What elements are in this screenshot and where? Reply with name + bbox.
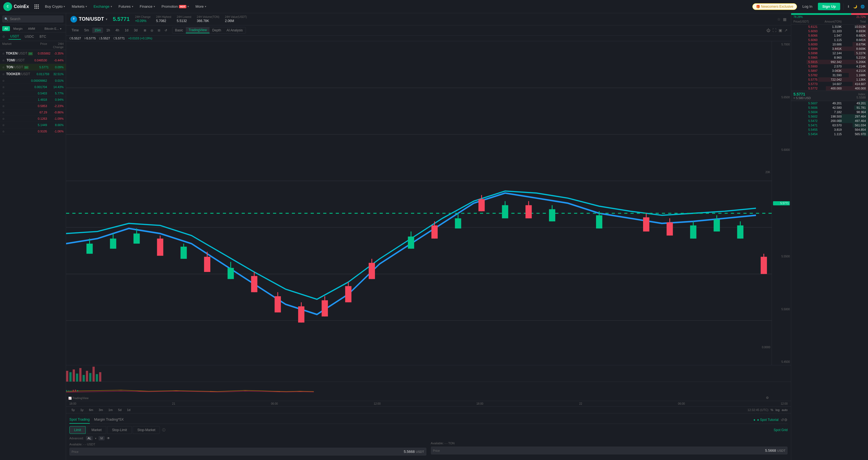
newcomers-btn[interactable]: 🎁 Newcomers Exclusive — [752, 3, 797, 10]
view-tab-basic[interactable]: Basic — [172, 27, 186, 33]
bid-row[interactable]: 5.5471 63.570 561.034 — [791, 123, 868, 127]
logo[interactable]: C CoinEx — [3, 2, 29, 11]
market-row[interactable]: ☆ 0.001704 14.43% — [0, 84, 66, 90]
bid-row[interactable]: 5.5604 7.182 98.964 — [791, 110, 868, 114]
order-tab-stop-market[interactable]: Stop-Market — [133, 426, 160, 434]
chart-power-icon[interactable]: ⏻ — [767, 28, 770, 32]
time-btn-1d[interactable]: 1d — [123, 28, 130, 33]
filter-tab-all[interactable]: All — [2, 26, 10, 31]
star-icon[interactable]: ☆ — [2, 130, 5, 133]
market-row[interactable]: ☆ 0.5853 -2.23% — [0, 103, 66, 109]
currency-tab-usdc[interactable]: USDC — [23, 34, 36, 39]
star-icon[interactable]: ☆ — [2, 117, 5, 120]
market-row[interactable]: ☆ TOOKER/USDT 0.011759 32.51% — [0, 71, 66, 78]
star-icon[interactable]: ☆ — [2, 104, 5, 108]
order-info-icon[interactable]: ⓘ — [162, 428, 165, 432]
range-btn-1d[interactable]: 1d — [125, 408, 132, 412]
time-btn-1h[interactable]: 1h — [104, 28, 112, 33]
chart-layout-icon[interactable]: ▣ — [778, 28, 782, 32]
trading-tab-spot[interactable]: Spot Trading — [69, 416, 90, 424]
spot-tutorial-btn[interactable]: ●● Spot Tutorial — [753, 418, 778, 422]
nav-more[interactable]: More ▾ — [193, 3, 209, 10]
order-tab-market[interactable]: Market — [87, 426, 106, 434]
filter-tab-margin[interactable]: Margin — [11, 26, 25, 31]
ask-row[interactable]: 5.5915 992.342 5.206K — [791, 60, 868, 64]
view-tab-tradingview[interactable]: TradingView — [186, 27, 210, 33]
star-icon[interactable]: ☆ — [2, 124, 5, 127]
chart-area[interactable]: 5.7000 5.6500 5.6000 5.5771 5.5500 5.500… — [66, 41, 791, 365]
bid-row[interactable]: 5.5606 42.580 91.781 — [791, 105, 868, 110]
nav-futures[interactable]: Futures ▾ — [116, 3, 136, 10]
star-icon[interactable]: ☆ — [2, 111, 5, 114]
ask-row[interactable]: 5.5772 400.000 400.000 — [791, 86, 868, 91]
ask-row[interactable]: 5.6066 1.547 8.682K — [791, 33, 868, 38]
view-tab-depth[interactable]: Depth — [210, 27, 224, 33]
time-btn-time[interactable]: Time — [69, 28, 81, 33]
percent-toggle[interactable]: % — [771, 408, 773, 411]
bid-row[interactable]: 5.5454 1.115 565.970 — [791, 132, 868, 136]
download-icon[interactable]: ⬇ — [847, 5, 850, 8]
bid-row[interactable]: 5.5607 49.201 49.201 — [791, 101, 868, 105]
eye-icon[interactable]: 👁 — [107, 436, 110, 440]
star-icon[interactable]: ☆ — [2, 98, 5, 101]
ask-row[interactable]: 5.6121 1.319K 10.013K — [791, 25, 868, 29]
range-btn-1y[interactable]: 1y — [78, 408, 86, 412]
spot-grid-button[interactable]: Spot Grid — [774, 428, 787, 432]
ask-row[interactable]: 5.6093 11.103 8.693K — [791, 29, 868, 33]
range-btn-1m[interactable]: 1m — [106, 408, 115, 412]
trading-refresh-icon[interactable]: ↺ — [781, 418, 784, 422]
sell-price-input[interactable] — [444, 447, 777, 455]
market-row[interactable]: ☆ TOKEN/USDT3X 0.055882 -3.35% — [0, 50, 66, 57]
login-button[interactable]: Log In — [799, 3, 816, 10]
ask-row[interactable]: 5.5897 3.043K 4.211K — [791, 68, 868, 73]
ask-row[interactable]: 5.5773 14.607 414.607 — [791, 82, 868, 86]
bid-row[interactable]: 5.5602 198.500 297.464 — [791, 114, 868, 119]
grid-icon[interactable] — [34, 4, 39, 9]
trading-tab-margin[interactable]: Margin Trading*5X — [94, 416, 124, 424]
chart-type-btn-2[interactable]: ◎ — [149, 28, 155, 33]
bitcoin-dropdown[interactable]: Bitcoin E... ▾ — [42, 26, 64, 31]
chart-type-btn-1[interactable]: ⊞ — [142, 28, 148, 33]
favorites-star-icon[interactable]: ☆ — [2, 35, 5, 38]
chart-type-btn-4[interactable]: ↺ — [163, 28, 169, 33]
star-icon[interactable]: ☆ — [2, 92, 5, 95]
currency-tab-btc[interactable]: BTC — [38, 34, 48, 39]
globe-icon[interactable]: 🌐 — [861, 5, 865, 8]
nav-finance[interactable]: Finance ▾ — [137, 3, 158, 10]
star-icon[interactable]: ☆ — [2, 52, 5, 55]
market-row[interactable]: ☆ TOMI/USDT 0.048530 -0.44% — [0, 57, 66, 64]
al-dropdown[interactable]: AL — [86, 436, 93, 440]
ask-row[interactable]: 5.5775 722.042 1.136K — [791, 78, 868, 82]
star-icon[interactable]: ☆ — [2, 73, 5, 76]
market-row[interactable]: ☆ 1.4818 0.94% — [0, 97, 66, 103]
market-row[interactable]: ☆ 0.9105 -1.06% — [0, 128, 66, 134]
ask-row[interactable]: 5.5782 31.590 1.168K — [791, 73, 868, 78]
buy-price-input[interactable] — [83, 448, 416, 456]
time-btn-3d[interactable]: 3d — [132, 28, 140, 33]
order-tab-limit[interactable]: Limit — [69, 426, 86, 434]
dark-mode-icon[interactable]: 🌙 — [853, 5, 857, 8]
nav-exchange[interactable]: Exchange ▾ — [91, 3, 115, 10]
market-row[interactable]: ☆ 0.5403 5.77% — [0, 90, 66, 97]
pair-dropdown-arrow[interactable]: ▾ — [106, 17, 107, 21]
nav-promotion[interactable]: Promotion HOT ▾ — [159, 3, 192, 10]
star-icon[interactable]: ☆ — [2, 59, 5, 62]
search-input[interactable] — [2, 16, 64, 23]
market-row[interactable]: ☆ 0.1263 -1.09% — [0, 116, 66, 122]
m-badge[interactable]: M — [98, 436, 104, 440]
ask-row[interactable]: 5.6060 1.115 8.681K — [791, 38, 868, 42]
bid-row[interactable]: 5.5472 200.000 497.464 — [791, 119, 868, 123]
ask-row[interactable]: 5.5965 8.960 5.215K — [791, 55, 868, 60]
chart-share-icon[interactable]: ↗ — [784, 28, 787, 32]
nav-buy-crypto[interactable]: Buy Crypto ▾ — [42, 3, 68, 10]
ask-row[interactable]: 5.5900 2.570 4.214K — [791, 64, 868, 68]
time-btn-15m[interactable]: 15m — [92, 28, 103, 33]
star-icon[interactable]: ☆ — [2, 66, 5, 69]
bid-row[interactable]: 5.5455 3.819 564.854 — [791, 127, 868, 132]
time-btn-4h[interactable]: 4h — [114, 28, 121, 33]
range-btn-5d[interactable]: 5d — [116, 408, 124, 412]
signup-button[interactable]: Sign Up — [818, 3, 840, 10]
nav-markets[interactable]: Markets ▾ — [69, 3, 90, 10]
chart-fullscreen-icon[interactable]: ⛶ — [773, 28, 776, 32]
currency-tab-usdt[interactable]: USDT — [8, 34, 21, 40]
